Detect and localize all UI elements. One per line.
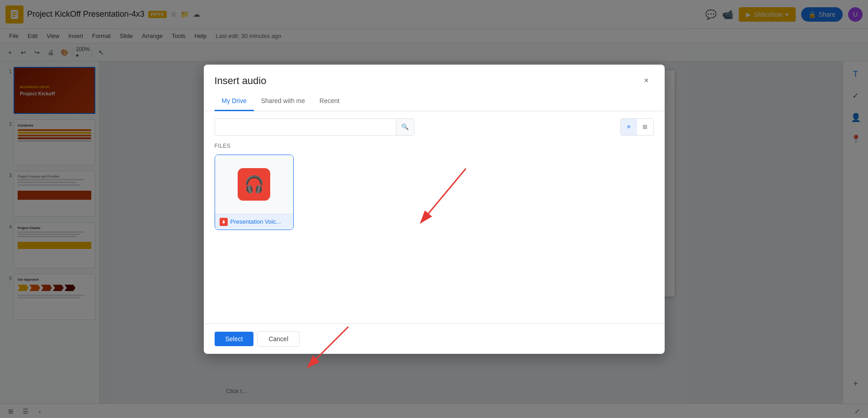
file-card-1[interactable]: 🎧 Presentation Voic... [215, 155, 294, 230]
search-button[interactable]: 🔍 [396, 119, 414, 135]
grid-view-toggle-btn[interactable]: ⊞ [637, 119, 653, 135]
grid-icon: ⊞ [643, 123, 647, 130]
dialog-search-area: 🔍 ≡ ⊞ [204, 111, 665, 143]
dialog-footer: Select Cancel [204, 324, 665, 354]
files-label: Files [215, 143, 654, 149]
search-icon: 🔍 [401, 123, 409, 130]
headphones-icon: 🎧 [244, 175, 264, 194]
file-card-name-area-1: Presentation Voic... [215, 214, 293, 230]
audio-icon-small-1 [220, 218, 228, 226]
dialog-header: Insert audio × [204, 65, 665, 88]
file-card-preview-1: 🎧 [215, 155, 293, 214]
search-input[interactable] [215, 119, 396, 135]
tab-my-drive[interactable]: My Drive [215, 92, 254, 111]
dialog-title: Insert audio [215, 75, 267, 87]
dialog-close-button[interactable]: × [639, 74, 654, 88]
tab-recent[interactable]: Recent [312, 92, 347, 111]
list-icon: ≡ [627, 123, 631, 130]
dialog-tabs: My Drive Shared with me Recent [204, 92, 665, 111]
dialog-files-section: Files 🎧 [204, 143, 665, 324]
file-name-1: Presentation Voic... [230, 218, 281, 225]
audio-file-icon-large: 🎧 [238, 168, 270, 201]
modal-overlay: Insert audio × My Drive Shared with me R… [0, 0, 868, 418]
cancel-button[interactable]: Cancel [257, 331, 300, 347]
list-view-toggle-btn[interactable]: ≡ [621, 119, 637, 135]
tab-shared-with-me[interactable]: Shared with me [254, 92, 312, 111]
insert-audio-dialog: Insert audio × My Drive Shared with me R… [204, 65, 665, 354]
search-input-wrapper: 🔍 [215, 118, 414, 136]
view-toggle: ≡ ⊞ [620, 118, 654, 136]
select-button[interactable]: Select [215, 332, 254, 346]
files-grid: 🎧 Presentation Voic... [215, 155, 654, 230]
